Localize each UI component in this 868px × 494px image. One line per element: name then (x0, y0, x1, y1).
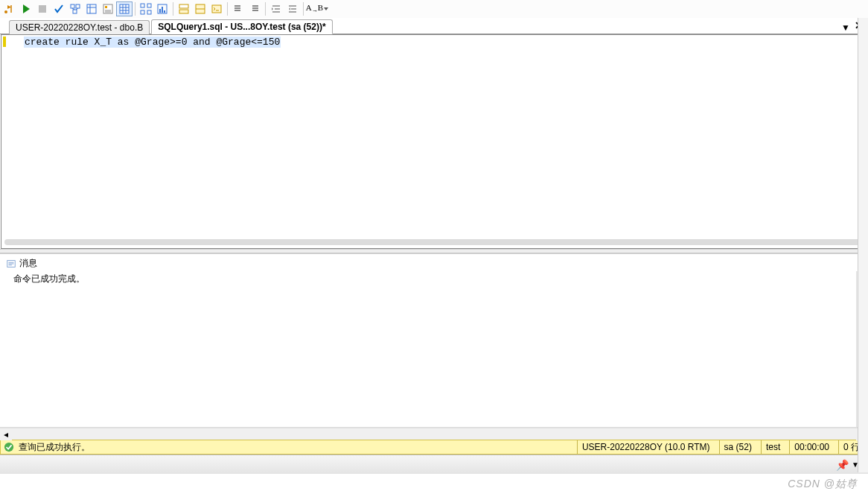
uncomment-icon[interactable] (246, 1, 263, 16)
outdent-icon[interactable] (284, 1, 301, 16)
right-dock-panel[interactable] (858, 18, 868, 472)
change-marker (3, 37, 6, 47)
svg-rect-4 (73, 10, 77, 13)
svg-rect-10 (147, 4, 151, 7)
intellisense-icon[interactable] (100, 1, 116, 16)
results-to-grid-icon[interactable] (116, 1, 133, 16)
h-scrollbar[interactable] (4, 239, 864, 245)
svg-rect-2 (71, 4, 74, 8)
toolbar: A→B (0, 0, 868, 18)
toggle-pane-icon[interactable] (192, 1, 208, 16)
tab-active[interactable]: SQLQuery1.sql - US...8OY.test (sa (52))* (151, 19, 332, 34)
message-icon (6, 259, 16, 269)
indent-icon[interactable] (268, 1, 284, 16)
svg-rect-9 (141, 4, 144, 7)
svg-rect-1 (39, 5, 46, 13)
success-icon (4, 442, 14, 452)
svg-rect-12 (147, 10, 151, 14)
status-server: USER-20220228OY (10.0 RTM) (577, 440, 715, 454)
status-duration: 00:00:00 (789, 440, 834, 454)
svg-rect-3 (76, 4, 80, 8)
sql-code-line: create rule X_T as @Grage>=0 and @Grage<… (24, 37, 281, 48)
sqlcmd-mode-icon[interactable] (208, 1, 225, 16)
messages-tab-label: 消息 (19, 257, 37, 270)
document-tabs: USER-20220228OY.test - dbo.B SQLQuery1.s… (0, 18, 868, 34)
scroll-left-icon[interactable]: ◂ (0, 428, 12, 440)
messages-tab[interactable]: 消息 (0, 254, 868, 271)
watermark: CSDN @姑尊 (788, 478, 858, 491)
svg-rect-18 (179, 10, 188, 13)
status-database: test (761, 440, 785, 454)
svg-rect-15 (162, 7, 163, 13)
pin-icon[interactable]: 📌 (836, 459, 849, 471)
status-exec-text: 查询已成功执行。 (19, 441, 90, 454)
parse-button[interactable] (51, 1, 67, 16)
messages-body: 命令已成功完成。 ▴ ▾ (0, 271, 868, 428)
svg-rect-11 (141, 10, 144, 14)
svg-rect-14 (159, 9, 161, 13)
estimated-plan-icon[interactable] (67, 1, 83, 16)
client-stats-icon[interactable] (154, 1, 170, 16)
svg-rect-7 (105, 6, 107, 8)
sql-editor[interactable]: create rule X_T as @Grage>=0 and @Grage<… (1, 35, 867, 248)
svg-point-0 (4, 10, 7, 13)
svg-point-22 (4, 443, 13, 452)
actual-plan-icon[interactable] (138, 1, 154, 16)
stop-button[interactable] (34, 1, 51, 16)
separator (303, 2, 304, 16)
status-login: sa (52) (719, 440, 756, 454)
svg-rect-16 (164, 10, 165, 13)
separator (173, 2, 173, 16)
comment-icon[interactable] (230, 1, 246, 16)
messages-text: 命令已成功完成。 (13, 273, 85, 284)
messages-panel: 消息 命令已成功完成。 ▴ ▾ ◂ ▸ (0, 253, 868, 440)
footer-bar: 📌 ▼ (0, 455, 868, 474)
svg-rect-8 (120, 4, 129, 13)
svg-rect-5 (87, 4, 96, 13)
tab-inactive[interactable]: USER-20220228OY.test - dbo.B (9, 20, 150, 34)
tab-dropdown-icon[interactable]: ▼ (841, 22, 850, 33)
svg-rect-20 (212, 5, 221, 13)
separator (135, 2, 135, 16)
svg-rect-17 (179, 4, 188, 8)
specify-values-icon[interactable]: A→B (306, 1, 328, 16)
sql-editor-container: create rule X_T as @Grage>=0 and @Grage<… (1, 34, 867, 249)
execute-button[interactable] (18, 1, 34, 16)
separator (265, 2, 266, 16)
h-scrollbar-msg[interactable]: ◂ ▸ (0, 428, 868, 440)
query-options-icon[interactable] (83, 1, 100, 16)
results-pane-icon[interactable] (176, 1, 192, 16)
debug-step-icon[interactable] (1, 1, 18, 16)
query-status-bar: 查询已成功执行。 USER-20220228OY (10.0 RTM) sa (… (0, 440, 868, 455)
separator (227, 2, 228, 16)
